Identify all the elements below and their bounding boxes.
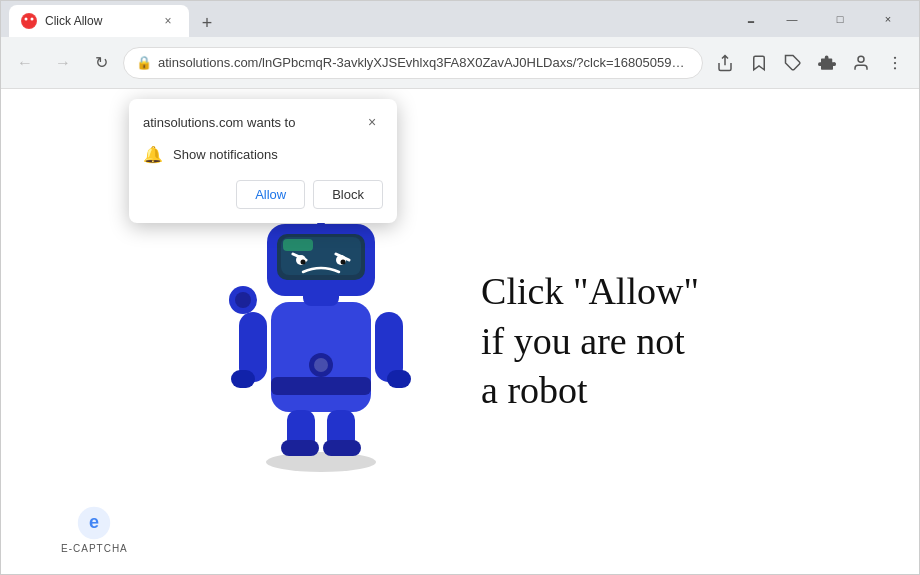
ecaptcha-icon: e [76,505,112,541]
popup-buttons: Allow Block [129,180,397,223]
tab-title: Click Allow [45,14,151,28]
svg-point-27 [341,259,346,264]
block-button[interactable]: Block [313,180,383,209]
popup-header: atinsolutions.com wants to × [129,99,397,141]
svg-point-16 [314,358,328,372]
allow-button[interactable]: Allow [236,180,305,209]
address-bar[interactable]: 🔒 atinsolutions.com/lnGPbcmqR-3avklyXJSE… [123,47,703,79]
svg-rect-33 [281,440,319,456]
svg-rect-12 [387,370,411,388]
share-icon[interactable] [709,47,741,79]
popup-site-text: atinsolutions.com wants to [143,115,295,130]
popup-permission: 🔔 Show notifications [129,141,397,180]
svg-rect-14 [271,377,371,395]
window-controls: 🗕 — □ × [739,3,911,35]
browser-window: Click Allow × + 🗕 — □ × ← → ↻ 🔒 atinsolu… [0,0,920,575]
svg-point-26 [301,259,306,264]
main-text: Click "Allow"if you are nota robot [481,267,699,415]
toolbar-icons [709,47,911,79]
close-button[interactable]: × [865,3,911,35]
svg-point-2 [31,18,34,21]
pin-tabs-icon: 🗕 [739,7,763,31]
reload-button[interactable]: ↻ [85,47,117,79]
robot-section: Click "Allow"if you are nota robot [221,182,699,502]
svg-point-6 [894,61,896,63]
permission-text: Show notifications [173,147,278,162]
svg-point-0 [22,14,36,28]
main-text-container: Click "Allow"if you are nota robot [481,267,699,415]
tab-close-button[interactable]: × [159,12,177,30]
svg-point-7 [894,67,896,69]
maximize-button[interactable]: □ [817,3,863,35]
main-content: atinsolutions.com wants to × 🔔 Show noti… [1,89,919,574]
svg-rect-10 [231,370,255,388]
profile-icon[interactable] [845,47,877,79]
active-tab[interactable]: Click Allow × [9,5,189,37]
svg-point-1 [25,18,28,21]
svg-point-8 [266,452,376,472]
title-bar: Click Allow × + 🗕 — □ × [1,1,919,37]
svg-text:e: e [89,512,99,532]
svg-rect-21 [283,239,313,251]
ecaptcha-text: E-CAPTCHA [61,543,128,554]
svg-point-36 [235,292,251,308]
notification-popup: atinsolutions.com wants to × 🔔 Show noti… [129,99,397,223]
url-text: atinsolutions.com/lnGPbcmqR-3avklyXJSEvh… [158,55,690,70]
tab-area: Click Allow × + [9,1,739,37]
extension-icon[interactable] [777,47,809,79]
svg-point-4 [858,56,864,62]
lock-icon: 🔒 [136,55,152,70]
new-tab-button[interactable]: + [193,9,221,37]
back-button[interactable]: ← [9,47,41,79]
menu-icon[interactable] [879,47,911,79]
forward-button[interactable]: → [47,47,79,79]
puzzle-icon[interactable] [811,47,843,79]
popup-close-button[interactable]: × [361,111,383,133]
svg-rect-34 [323,440,361,456]
minimize-button[interactable]: — [769,3,815,35]
bell-icon: 🔔 [143,145,163,164]
bookmark-icon[interactable] [743,47,775,79]
address-bar-area: ← → ↻ 🔒 atinsolutions.com/lnGPbcmqR-3avk… [1,37,919,89]
robot-image [221,182,461,502]
tab-favicon [21,13,37,29]
ecaptcha-logo-area: e E-CAPTCHA [61,505,128,554]
svg-point-5 [894,56,896,58]
